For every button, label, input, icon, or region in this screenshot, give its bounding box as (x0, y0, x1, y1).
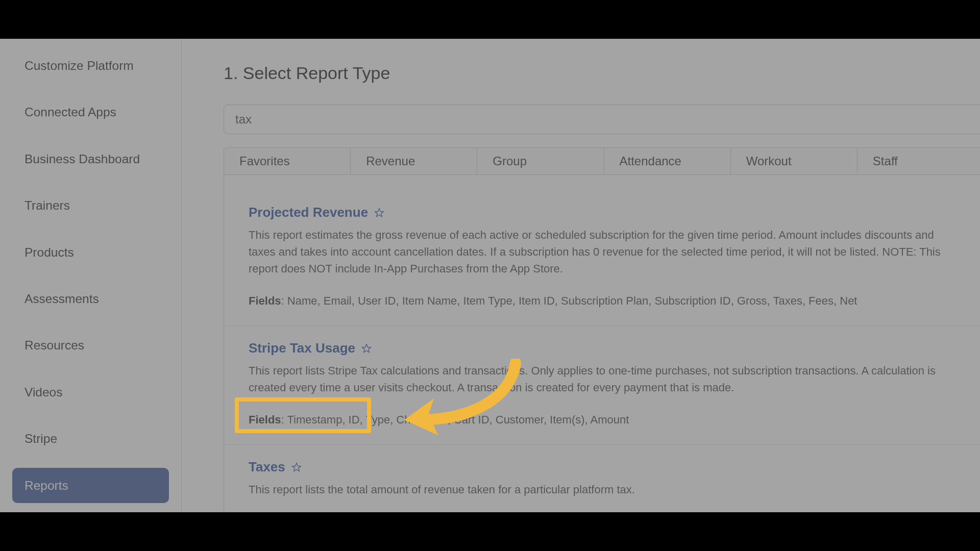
report-title-row: Stripe Tax Usage (249, 340, 959, 356)
report-results: Projected Revenue This report estimates … (224, 175, 980, 512)
sidebar-item-customize-platform[interactable]: Customize Platform (12, 48, 169, 83)
sidebar-item-business-dashboard[interactable]: Business Dashboard (12, 141, 169, 177)
report-description: This report lists the total amount of re… (249, 481, 959, 498)
report-title-link[interactable]: Stripe Tax Usage (249, 340, 355, 356)
report-type-tabs: Favorites Revenue Group Attendance Worko… (224, 147, 980, 175)
sidebar-item-reports[interactable]: Reports (12, 468, 169, 503)
report-taxes: Taxes This report lists the total amount… (224, 445, 980, 512)
report-search-input[interactable] (235, 112, 972, 127)
fields-label: Fields (249, 294, 281, 307)
fields-value: : Name, Email, User ID, Item Name, Item … (281, 294, 857, 307)
section-title: 1. Select Report Type (224, 63, 980, 83)
report-stripe-tax-usage: Stripe Tax Usage This report lists Strip… (224, 326, 980, 445)
star-outline-icon[interactable] (374, 208, 384, 218)
sidebar-item-products[interactable]: Products (12, 235, 169, 270)
tab-favorites[interactable]: Favorites (224, 147, 350, 175)
report-title-link[interactable]: Projected Revenue (249, 205, 368, 220)
tab-workout[interactable]: Workout (730, 147, 857, 175)
sidebar-item-stripe[interactable]: Stripe (12, 421, 169, 456)
tab-staff[interactable]: Staff (857, 147, 980, 175)
report-projected-revenue: Projected Revenue This report estimates … (224, 190, 980, 326)
fields-value: : Timestamp, ID, Type, Charge ID, Cart I… (281, 413, 629, 426)
report-description: This report lists Stripe Tax calculation… (249, 362, 959, 396)
letterbox-top (0, 0, 980, 39)
tab-attendance[interactable]: Attendance (604, 147, 730, 175)
tab-group[interactable]: Group (477, 147, 603, 175)
sidebar: Customize Platform Connected Apps Busine… (0, 39, 182, 512)
report-fields: Fields: Name, Email, User ID, Item Name,… (249, 292, 959, 309)
report-title-link[interactable]: Taxes (249, 459, 285, 475)
fields-label: Fields (249, 413, 281, 426)
search-wrap (224, 105, 980, 134)
report-title-row: Taxes (249, 459, 959, 475)
app-viewport: Customize Platform Connected Apps Busine… (0, 39, 980, 512)
main-content: 1. Select Report Type Favorites Revenue … (182, 39, 980, 512)
svg-marker-0 (375, 208, 384, 216)
sidebar-item-resources[interactable]: Resources (12, 328, 169, 363)
tab-revenue[interactable]: Revenue (350, 147, 477, 175)
svg-marker-2 (292, 463, 301, 471)
report-title-row: Projected Revenue (249, 205, 959, 220)
svg-marker-1 (362, 344, 371, 352)
sidebar-item-connected-apps[interactable]: Connected Apps (12, 94, 169, 130)
sidebar-item-trainers[interactable]: Trainers (12, 188, 169, 223)
sidebar-item-assessments[interactable]: Assessments (12, 281, 169, 316)
star-outline-icon[interactable] (291, 462, 302, 472)
letterbox-bottom (0, 512, 980, 551)
sidebar-item-videos[interactable]: Videos (12, 374, 169, 410)
star-outline-icon[interactable] (361, 343, 372, 354)
report-fields: Fields: Timestamp, ID, Type, Charge ID, … (249, 411, 959, 428)
report-description: This report estimates the gross revenue … (249, 227, 959, 277)
